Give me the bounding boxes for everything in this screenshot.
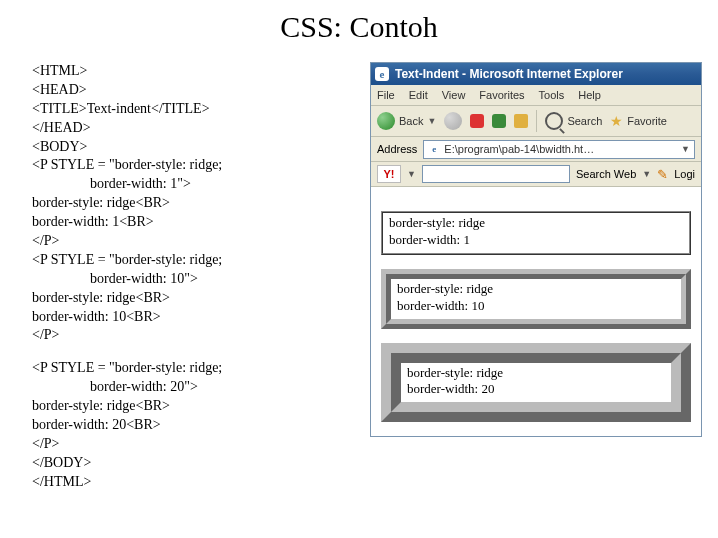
browser-toolbar: Back ▼ Search ★ Favorite — [371, 106, 701, 137]
code-line: border-width: 10<BR> — [32, 308, 362, 327]
rendered-paragraph-1: border-style: ridge border-width: 1 — [381, 211, 691, 255]
code-line: </HEAD> — [32, 119, 362, 138]
code-line: border-width: 10"> — [32, 270, 362, 289]
content-line: border-width: 20 — [407, 381, 665, 398]
code-line: border-style: ridge<BR> — [32, 397, 362, 416]
search-button[interactable]: Search — [545, 112, 602, 130]
yahoo-search-input[interactable] — [422, 165, 570, 183]
columns: <HTML> <HEAD> <TITLE>Text-indent</TITLE>… — [0, 62, 718, 492]
code-line: <P STYLE = "border-style: ridge; — [32, 156, 362, 175]
code-line: border-style: ridge<BR> — [32, 194, 362, 213]
forward-button[interactable] — [444, 112, 462, 130]
back-arrow-icon — [377, 112, 395, 130]
code-line: </BODY> — [32, 454, 362, 473]
address-input[interactable]: e E:\program\pab-14\bwidth.ht… ▼ — [423, 140, 695, 159]
back-button[interactable]: Back ▼ — [377, 112, 436, 130]
back-label: Back — [399, 115, 423, 127]
menu-tools[interactable]: Tools — [539, 89, 565, 101]
menu-favorites[interactable]: Favorites — [479, 89, 524, 101]
favorites-label: Favorite — [627, 115, 667, 127]
code-line: </P> — [32, 326, 362, 345]
yahoo-logo-icon[interactable]: Y! — [377, 165, 401, 183]
content-line: border-width: 10 — [397, 298, 675, 315]
search-label: Search — [567, 115, 602, 127]
code-line: </P> — [32, 232, 362, 251]
slide: CSS: Contoh <HTML> <HEAD> <TITLE>Text-in… — [0, 10, 718, 538]
browser-addressbar: Address e E:\program\pab-14\bwidth.ht… ▼ — [371, 137, 701, 162]
home-button[interactable] — [514, 114, 528, 128]
toolbar-separator — [536, 110, 537, 132]
refresh-button[interactable] — [492, 114, 506, 128]
yahoo-search-label[interactable]: Search Web — [576, 168, 636, 180]
code-line: <P STYLE = "border-style: ridge; — [32, 359, 362, 378]
chevron-down-icon: ▼ — [427, 116, 436, 126]
stop-button[interactable] — [470, 114, 484, 128]
chevron-down-icon[interactable]: ▼ — [407, 169, 416, 179]
chevron-down-icon[interactable]: ▼ — [642, 169, 651, 179]
search-icon — [545, 112, 563, 130]
content-line: border-style: ridge — [407, 365, 665, 382]
content-line: border-style: ridge — [389, 215, 683, 232]
address-value: E:\program\pab-14\bwidth.ht… — [444, 143, 594, 155]
browser-titlebar: e Text-Indent - Microsoft Internet Explo… — [371, 63, 701, 85]
content-line: border-width: 1 — [389, 232, 683, 249]
code-line: <HTML> — [32, 62, 362, 81]
window-title: Text-Indent - Microsoft Internet Explore… — [395, 67, 623, 81]
pencil-icon[interactable]: ✎ — [657, 167, 668, 182]
code-line: border-width: 20<BR> — [32, 416, 362, 435]
ie-logo-icon: e — [375, 67, 389, 81]
code-line: </P> — [32, 435, 362, 454]
code-line: <HEAD> — [32, 81, 362, 100]
browser-window: e Text-Indent - Microsoft Internet Explo… — [370, 62, 702, 437]
page-icon: e — [428, 143, 440, 155]
rendered-paragraph-3: border-style: ridge border-width: 20 — [381, 343, 691, 423]
code-line: border-style: ridge<BR> — [32, 289, 362, 308]
code-line: border-width: 1"> — [32, 175, 362, 194]
code-line: <BODY> — [32, 138, 362, 157]
browser-content: border-style: ridge border-width: 1 bord… — [371, 187, 701, 436]
code-listing: <HTML> <HEAD> <TITLE>Text-indent</TITLE>… — [0, 62, 362, 492]
content-line: border-style: ridge — [397, 281, 675, 298]
browser-menubar: File Edit View Favorites Tools Help — [371, 85, 701, 106]
yahoo-toolbar: Y! ▼ Search Web ▼ ✎ Logi — [371, 162, 701, 187]
menu-file[interactable]: File — [377, 89, 395, 101]
code-line: <TITLE>Text-indent</TITLE> — [32, 100, 362, 119]
code-line: </HTML> — [32, 473, 362, 492]
code-line: border-width: 1<BR> — [32, 213, 362, 232]
code-line: border-width: 20"> — [32, 378, 362, 397]
menu-help[interactable]: Help — [578, 89, 601, 101]
menu-edit[interactable]: Edit — [409, 89, 428, 101]
star-icon: ★ — [610, 113, 623, 129]
address-label: Address — [377, 143, 417, 155]
code-line: <P STYLE = "border-style: ridge; — [32, 251, 362, 270]
rendered-paragraph-2: border-style: ridge border-width: 10 — [381, 269, 691, 329]
slide-title: CSS: Contoh — [0, 10, 718, 44]
chevron-down-icon[interactable]: ▼ — [681, 144, 690, 154]
favorites-button[interactable]: ★ Favorite — [610, 113, 667, 129]
menu-view[interactable]: View — [442, 89, 466, 101]
yahoo-login[interactable]: Logi — [674, 168, 695, 180]
